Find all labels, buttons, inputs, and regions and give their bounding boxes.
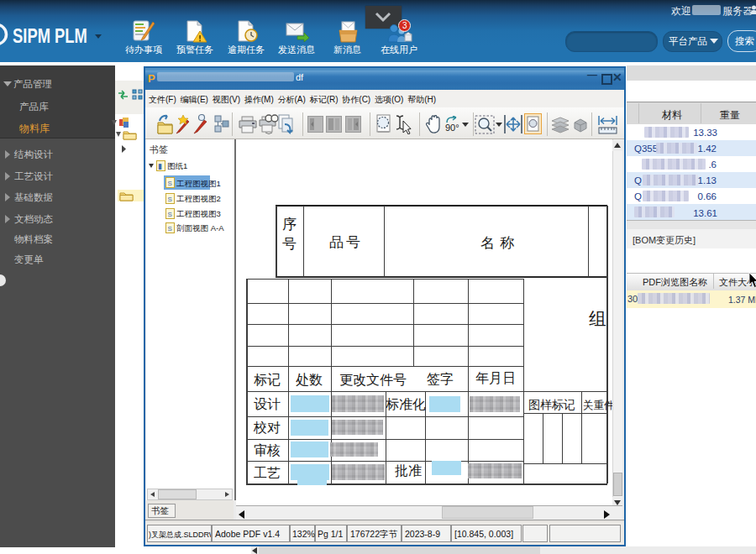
svg-text:S: S <box>168 196 172 203</box>
svg-text:▮: ▮ <box>158 162 162 170</box>
svg-text:90°: 90° <box>445 123 459 133</box>
svg-text:S: S <box>168 211 172 218</box>
svg-text:S: S <box>168 225 172 233</box>
svg-text:S: S <box>168 180 172 187</box>
